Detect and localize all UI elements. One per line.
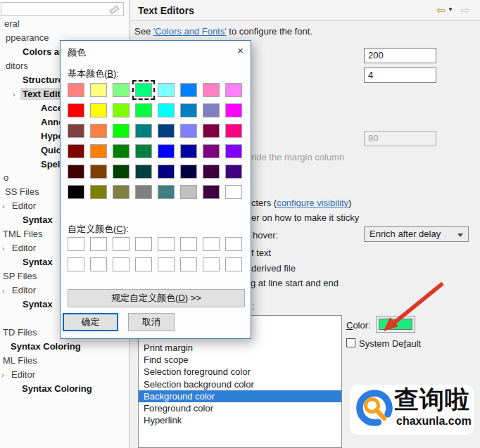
list-item[interactable]: Background color: [139, 390, 341, 402]
back-arrow-icon[interactable]: ⇦: [436, 4, 446, 17]
color-swatch[interactable]: [68, 257, 84, 271]
color-swatch[interactable]: [90, 83, 107, 97]
list-item[interactable]: Print margin: [139, 342, 341, 354]
system-default-checkbox[interactable]: [346, 338, 355, 347]
forward-arrow-icon[interactable]: ⇨: [461, 4, 470, 17]
color-swatch[interactable]: [135, 144, 152, 158]
text-field-top[interactable]: 200: [364, 48, 436, 63]
color-swatch[interactable]: [225, 185, 242, 199]
text-field-second[interactable]: 4: [364, 68, 436, 83]
ok-button[interactable]: 确定: [63, 313, 118, 331]
color-swatch[interactable]: [225, 144, 242, 158]
history-dropdown-icon[interactable]: ▼: [448, 6, 453, 13]
hover-mode-value: Enrich after delay: [370, 229, 441, 239]
color-swatch[interactable]: [158, 144, 175, 158]
color-swatch[interactable]: [203, 103, 220, 117]
color-swatch[interactable]: [203, 165, 220, 179]
hover-mode-dropdown[interactable]: Enrich after delay: [364, 226, 469, 242]
list-item[interactable]: Selection foreground color: [139, 366, 341, 378]
list-item[interactable]: Selection background color: [139, 378, 341, 390]
sidebar-item[interactable]: ›Editor: [0, 368, 130, 382]
color-swatch[interactable]: [225, 257, 242, 271]
color-swatch[interactable]: [203, 83, 220, 97]
color-swatch[interactable]: [203, 185, 220, 199]
colors-and-fonts-link[interactable]: 'Colors and Fonts': [153, 26, 227, 37]
sidebar-item[interactable]: Syntax Coloring: [0, 340, 130, 354]
color-swatch[interactable]: [180, 257, 197, 271]
color-swatch[interactable]: [113, 185, 130, 199]
color-swatch[interactable]: [135, 185, 152, 199]
color-swatch[interactable]: [90, 124, 107, 138]
tree-chevron-icon[interactable]: ›: [2, 283, 5, 297]
tree-chevron-icon[interactable]: ›: [1, 368, 4, 382]
color-swatch[interactable]: [180, 165, 197, 179]
cancel-button[interactable]: 取消: [128, 313, 175, 331]
color-swatch[interactable]: [203, 124, 220, 138]
color-swatch[interactable]: [158, 165, 175, 179]
color-swatch[interactable]: [180, 185, 197, 199]
color-swatch[interactable]: [68, 144, 84, 158]
color-swatch[interactable]: [135, 124, 152, 138]
color-swatch[interactable]: [68, 165, 84, 179]
color-swatch[interactable]: [68, 124, 84, 138]
color-swatch[interactable]: [158, 185, 175, 199]
color-swatch[interactable]: [113, 144, 130, 158]
color-swatch[interactable]: [225, 103, 242, 117]
color-swatch[interactable]: [225, 165, 242, 179]
color-swatch[interactable]: [113, 257, 130, 271]
color-swatch-button[interactable]: [376, 316, 415, 333]
color-swatch[interactable]: [135, 257, 152, 271]
color-swatch[interactable]: [180, 103, 197, 117]
define-custom-colors-button[interactable]: 规定自定义颜色(D) >>: [68, 289, 245, 307]
list-item[interactable]: Hyperlink: [139, 414, 341, 426]
color-swatch[interactable]: [113, 83, 130, 97]
configure-visibility-link[interactable]: configure visibility: [277, 198, 348, 208]
custom-label-mnemonic: C: [116, 224, 122, 234]
sidebar-item[interactable]: ML Files: [0, 354, 130, 368]
color-swatch[interactable]: [203, 237, 220, 251]
color-swatch[interactable]: [180, 124, 197, 138]
color-swatch[interactable]: [113, 165, 130, 179]
color-swatch[interactable]: [180, 237, 197, 251]
color-swatch[interactable]: [68, 185, 84, 199]
color-swatch[interactable]: [158, 237, 175, 251]
color-swatch[interactable]: [158, 257, 175, 271]
list-item[interactable]: Foreground color: [139, 402, 341, 414]
color-swatch[interactable]: [180, 144, 197, 158]
list-item[interactable]: Find scope: [139, 354, 341, 366]
color-swatch[interactable]: [113, 103, 130, 117]
sidebar-item-label: o: [1, 172, 11, 184]
color-swatch[interactable]: [225, 83, 242, 97]
color-swatch[interactable]: [180, 83, 197, 97]
tree-chevron-icon[interactable]: ›: [2, 241, 5, 255]
color-swatch[interactable]: [135, 165, 152, 179]
tree-chevron-icon[interactable]: ›: [2, 199, 5, 213]
color-swatch[interactable]: [225, 237, 242, 251]
color-swatch[interactable]: [90, 144, 107, 158]
color-swatch[interactable]: [90, 165, 107, 179]
sidebar-item-label: Syntax: [20, 256, 55, 268]
color-swatch[interactable]: [203, 257, 220, 271]
tree-chevron-icon[interactable]: ›: [13, 87, 15, 101]
close-icon[interactable]: ×: [237, 44, 244, 56]
color-swatch[interactable]: [90, 103, 107, 117]
color-swatch[interactable]: [68, 237, 84, 251]
color-swatch[interactable]: [90, 185, 107, 199]
sidebar-item[interactable]: Syntax Coloring: [0, 382, 130, 396]
color-swatch[interactable]: [158, 83, 175, 97]
color-swatch[interactable]: [90, 257, 107, 271]
color-swatch[interactable]: [68, 83, 84, 97]
color-swatch[interactable]: [225, 124, 242, 138]
color-swatch[interactable]: [158, 124, 175, 138]
color-swatch[interactable]: [68, 103, 84, 117]
color-swatch[interactable]: [113, 124, 130, 138]
color-swatch[interactable]: [113, 237, 130, 251]
color-swatch[interactable]: [203, 144, 220, 158]
sidebar-item[interactable]: eral: [0, 17, 130, 31]
hover-label-fragment: hover:: [253, 230, 278, 241]
color-swatch[interactable]: [90, 237, 107, 251]
color-swatch[interactable]: [135, 237, 152, 251]
color-swatch[interactable]: [135, 103, 152, 117]
color-swatch[interactable]: [158, 103, 175, 117]
color-swatch[interactable]: [135, 83, 152, 97]
